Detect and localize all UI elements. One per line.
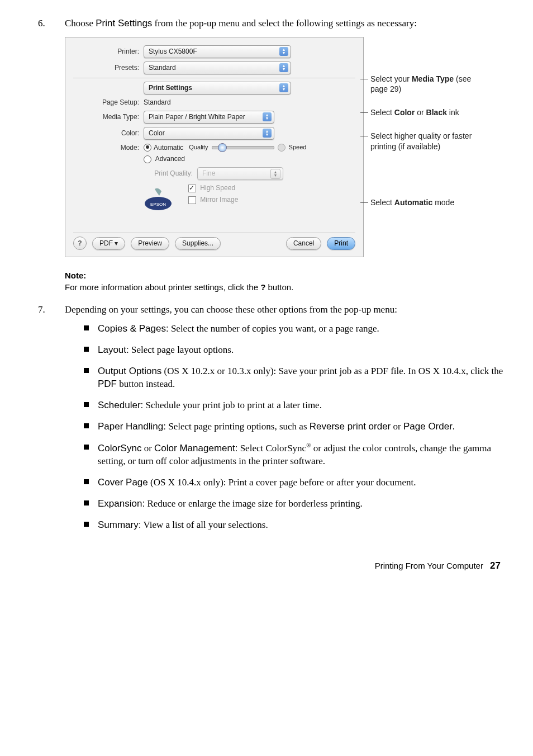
note-text: For more information about printer setti… xyxy=(65,282,260,292)
li-text: View a list of all your selections. xyxy=(141,519,268,530)
li-text: Schedule your print job to print at a la… xyxy=(143,400,322,410)
list-item: Scheduler: Schedule your print job to pr… xyxy=(84,399,505,412)
square-bullet-icon xyxy=(84,325,89,330)
highspeed-label: High Speed xyxy=(200,184,235,192)
co-bold: Automatic xyxy=(394,198,432,207)
mode-adv-wrap[interactable]: Advanced xyxy=(144,154,355,164)
mode-adv-label: Advanced xyxy=(155,155,185,163)
li-text: (OS X 10.2.x or 10.3.x only): Save your … xyxy=(161,366,503,376)
li-bold: Paper Handling: xyxy=(98,421,166,432)
callout-line xyxy=(360,79,368,79)
li-bold: Scheduler: xyxy=(98,400,143,410)
li-bold: Page Order xyxy=(403,421,453,432)
cancel-button[interactable]: Cancel xyxy=(286,237,321,250)
preview-button[interactable]: Preview xyxy=(131,237,169,250)
square-bullet-icon xyxy=(84,423,89,428)
section-select[interactable]: Print Settings ▲▼ xyxy=(144,82,291,94)
li-text: Select ColorSync xyxy=(237,442,306,453)
co-bold: Color xyxy=(394,108,415,117)
updown-icon: ▲▼ xyxy=(279,47,288,56)
list-item: Paper Handling: Select page printing opt… xyxy=(84,420,505,433)
callout-color: Select Color or Black ink xyxy=(370,107,479,117)
step-7-number: 7. xyxy=(28,303,65,539)
color-select[interactable]: Color ▲▼ xyxy=(144,127,274,140)
dialog-and-callouts: Printer: Stylus CX5800F ▲▼ Presets: Stan… xyxy=(65,37,505,257)
co-text: Select xyxy=(370,108,394,117)
callout-line xyxy=(360,136,368,136)
step7-text: Depending on your settings, you can choo… xyxy=(65,304,397,315)
co-text: Select your xyxy=(370,74,412,83)
quality-speed-slider[interactable]: Quality Speed xyxy=(189,143,306,152)
color-value: Color xyxy=(149,129,165,138)
print-dialog: Printer: Stylus CX5800F ▲▼ Presets: Stan… xyxy=(65,37,364,257)
pq-label: Print Quality: xyxy=(144,169,197,178)
divider xyxy=(73,78,355,78)
footer-text: Printing From Your Computer xyxy=(375,561,483,570)
mode-label: Mode: xyxy=(73,143,144,153)
note-text: button. xyxy=(265,282,293,292)
checkbox-icon xyxy=(188,185,196,192)
li-text: Reduce or enlarge the image size for bor… xyxy=(145,498,363,509)
co-text: Select xyxy=(370,198,394,207)
li-bold: Summary: xyxy=(98,519,141,530)
updown-icon: ▲▼ xyxy=(279,83,288,92)
callout-media-type: Select your Media Type (see page 29) xyxy=(370,74,479,94)
epson-logo: EPSON xyxy=(144,187,173,211)
li-bold: Copies & Pages: xyxy=(98,323,169,334)
callout-line xyxy=(360,202,368,203)
li-text: Select page layout options. xyxy=(129,344,234,355)
speed-word: Speed xyxy=(289,143,307,152)
dialog-footer: ? PDF ▾ Preview Supplies... Cancel Print xyxy=(73,237,355,250)
note-block: Note: For more information about printer… xyxy=(65,270,505,293)
printer-value: Stylus CX5800F xyxy=(149,47,197,56)
options-row: EPSON High Speed Mirror Image xyxy=(144,183,355,211)
list-item: Copies & Pages: Select the number of cop… xyxy=(84,322,505,336)
square-bullet-icon xyxy=(84,479,89,484)
supplies-button[interactable]: Supplies... xyxy=(175,237,221,250)
section-value: Print Settings xyxy=(149,83,192,93)
li-bold: PDF xyxy=(98,379,117,389)
step6-before: Choose xyxy=(65,18,96,29)
help-button[interactable]: ? xyxy=(73,237,87,250)
divider xyxy=(73,233,355,233)
printer-select[interactable]: Stylus CX5800F ▲▼ xyxy=(144,45,291,58)
mediatype-label: Media Type: xyxy=(73,112,144,122)
li-bold: Reverse print order xyxy=(310,421,391,432)
li-text: button instead. xyxy=(117,379,175,389)
mode-auto-label: Automatic xyxy=(154,143,183,153)
radio-icon xyxy=(144,155,151,163)
pdf-button[interactable]: PDF ▾ xyxy=(92,237,125,250)
co-bold: Media Type xyxy=(412,74,454,83)
co-text: ink xyxy=(447,108,459,117)
co-bold: Black xyxy=(426,108,447,117)
li-text: Select the number of copies you want, or… xyxy=(169,323,379,334)
page-number: 27 xyxy=(490,560,501,571)
li-bold: ColorSync xyxy=(98,442,141,453)
updown-icon: ▲▼ xyxy=(270,169,280,179)
square-bullet-icon xyxy=(84,402,89,407)
co-text: mode xyxy=(432,198,454,207)
pagesetup-row: Page Setup: Standard xyxy=(73,98,355,107)
list-item: ColorSync or Color Management: Select Co… xyxy=(84,441,505,468)
slider-thumb[interactable] xyxy=(218,143,227,152)
page-footer: Printing From Your Computer 27 xyxy=(28,559,505,573)
list-item: Summary: View a list of all your selecti… xyxy=(84,518,505,532)
step-6-body: Choose Print Settings from the pop-up me… xyxy=(65,17,505,30)
mediatype-select[interactable]: Plain Paper / Bright White Paper ▲▼ xyxy=(144,111,274,124)
co-text: Select higher quality or faster printing… xyxy=(370,131,472,150)
updown-icon: ▲▼ xyxy=(279,63,288,72)
step-6-number: 6. xyxy=(28,17,65,30)
square-bullet-icon xyxy=(84,445,89,450)
square-bullet-icon xyxy=(84,368,89,373)
square-bullet-icon xyxy=(84,500,89,505)
presets-select[interactable]: Standard ▲▼ xyxy=(144,62,291,74)
slider-track xyxy=(212,146,274,149)
color-row: Color: Color ▲▼ xyxy=(73,127,355,140)
co-text: or xyxy=(415,108,426,117)
callout-line xyxy=(360,112,368,113)
presets-value: Standard xyxy=(149,63,176,73)
print-button[interactable]: Print xyxy=(327,237,355,250)
updown-icon: ▲▼ xyxy=(263,129,272,138)
mode-auto-wrap[interactable]: Automatic Quality Speed xyxy=(144,143,355,153)
step-6: 6. Choose Print Settings from the pop-up… xyxy=(28,17,505,30)
